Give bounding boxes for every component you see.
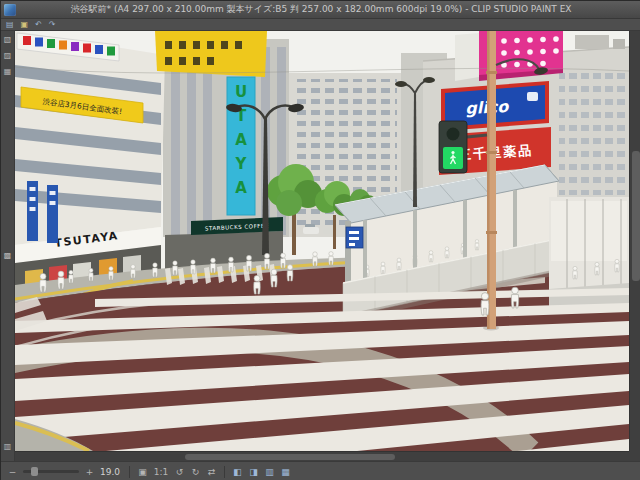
shibuya-scene: glico 三千里薬品 渋谷店3月6日全面改装! (15, 31, 629, 451)
undo-icon[interactable]: ↶ (35, 20, 42, 30)
app-window: 渋谷駅前* (A4 297.00 x 210.00mm 製本サイズ:B5 判 2… (0, 0, 640, 480)
title-bar[interactable]: 渋谷駅前* (A4 297.00 x 210.00mm 製本サイズ:B5 判 2… (1, 1, 640, 19)
separator (224, 466, 225, 478)
nav-window-icon-2[interactable]: ◨ (248, 467, 259, 477)
scrollbar-corner (629, 451, 640, 461)
svg-text:A: A (235, 179, 247, 197)
vertical-scrollbar-thumb[interactable] (632, 151, 640, 281)
svg-text:Y: Y (235, 155, 248, 173)
zoom-slider-thumb[interactable] (31, 467, 38, 476)
window-title: 渋谷駅前* (A4 297.00 x 210.00mm 製本サイズ:B5 判 2… (71, 3, 572, 16)
nav-window-icon-3[interactable]: ▥ (264, 467, 275, 477)
zoom-value: 19.0 (100, 467, 122, 477)
flip-horizontal-icon[interactable]: ⇄ (206, 467, 217, 477)
vertical-scrollbar[interactable] (629, 31, 640, 451)
tsutaya-vertical-letters: U T A Y A (235, 83, 248, 197)
zoom-tool-icon[interactable]: ▨ (4, 51, 12, 60)
left-toolbar: ▧ ▨ ▦ ▩ ▥ (1, 31, 15, 461)
horizontal-scrollbar[interactable] (15, 451, 629, 461)
zoom-out-icon[interactable]: − (7, 467, 18, 477)
nav-window-icon-4[interactable]: ▦ (280, 467, 291, 477)
command-bar: ▤ ▣ ↶ ↷ (1, 19, 640, 31)
rotate-right-icon[interactable]: ↻ (190, 467, 201, 477)
document-canvas[interactable]: glico 三千里薬品 渋谷店3月6日全面改装! (15, 31, 629, 451)
settings-tool-icon[interactable]: ▥ (4, 442, 12, 451)
zoom-in-icon[interactable]: + (84, 467, 95, 477)
nav-window-icon-1[interactable]: ◧ (232, 467, 243, 477)
zoom-slider[interactable] (23, 470, 79, 473)
select-tool-icon[interactable]: ▧ (4, 35, 12, 44)
svg-text:U: U (235, 83, 247, 101)
save-icon[interactable]: ▣ (21, 20, 29, 30)
exit-sign (346, 227, 363, 248)
horizontal-scrollbar-thumb[interactable] (185, 454, 395, 460)
actual-size-icon[interactable]: 1:1 (153, 467, 169, 477)
separator (129, 466, 130, 478)
hand-tool-icon[interactable]: ▦ (4, 67, 12, 76)
fit-to-screen-icon[interactable]: ▣ (137, 467, 148, 477)
signal-stop-lens (447, 128, 460, 141)
page-manager-icon[interactable]: ▤ (6, 20, 14, 30)
svg-text:A: A (235, 131, 247, 149)
material-tool-icon[interactable]: ▩ (4, 251, 12, 260)
rotate-left-icon[interactable]: ↺ (174, 467, 185, 477)
status-bar: − + 19.0 ▣ 1:1 ↺ ↻ ⇄ ◧ ◨ ▥ ▦ (1, 461, 640, 480)
app-icon (4, 4, 16, 16)
redo-icon[interactable]: ↷ (49, 20, 56, 30)
